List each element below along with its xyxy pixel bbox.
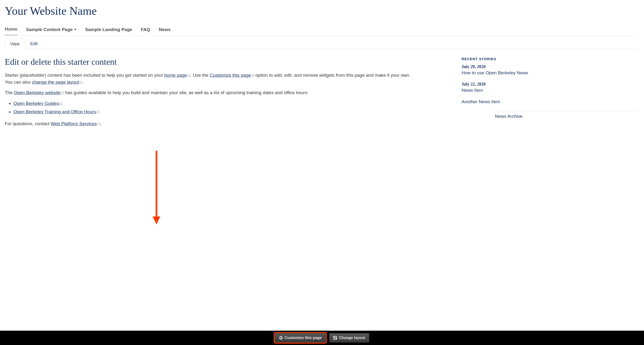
list-item: Open Berkeley Guides <box>14 100 411 108</box>
tab-edit[interactable]: Edit <box>25 39 43 49</box>
divider <box>495 110 639 111</box>
story-link[interactable]: Another News Item <box>462 99 500 104</box>
site-title: Your Website Name <box>5 0 639 24</box>
intro-paragraph-2: The Open Berkeley website has guides ava… <box>5 89 411 96</box>
external-link-icon <box>60 102 62 105</box>
nav-item-faq[interactable]: FAQ <box>141 25 150 35</box>
link-change-page-layout[interactable]: change the page layout <box>32 80 79 84</box>
local-tabs: View Edit <box>5 39 639 49</box>
story-date: July 29, 2020 <box>462 64 639 69</box>
gear-icon <box>279 336 282 340</box>
link-open-berkeley-training[interactable]: Open Berkeley Training and Office Hours <box>14 109 96 114</box>
link-news-archive[interactable]: News Archive <box>495 114 522 119</box>
link-web-platform-services[interactable]: Web Platform Services <box>51 121 97 126</box>
intro-paragraph-3: For questions, contact Web Platform Serv… <box>5 120 411 127</box>
list-item: Open Berkeley Training and Office Hours <box>14 108 411 116</box>
story-date: July 22, 2020 <box>462 82 639 87</box>
nav-item-sample-content-page[interactable]: Sample Content Page <box>26 25 76 35</box>
mail-icon <box>98 123 100 125</box>
svg-rect-3 <box>336 336 337 337</box>
story-item: Another News Item <box>462 99 639 104</box>
text: has guides available to help you build a… <box>64 90 308 95</box>
button-label: Change layout <box>339 336 365 340</box>
page-heading: Edit or delete this starter content <box>5 57 411 67</box>
resource-list: Open Berkeley Guides Open Berkeley Train… <box>5 100 411 116</box>
svg-rect-4 <box>336 337 337 340</box>
caret-down-icon <box>74 29 76 30</box>
external-link-icon <box>61 92 64 94</box>
svg-rect-2 <box>333 336 335 338</box>
link-open-berkeley-website[interactable]: Open Berkeley website <box>14 90 60 95</box>
customize-this-page-button[interactable]: Customize this page <box>275 333 326 342</box>
text: For questions, contact <box>5 121 51 126</box>
external-link-icon <box>80 81 82 84</box>
text: . <box>82 80 84 84</box>
link-customize-this-page[interactable]: Customize this page <box>210 73 251 78</box>
text: . Use the <box>190 73 210 78</box>
story-link[interactable]: News Item <box>462 88 483 93</box>
nav-item-sample-landing-page[interactable]: Sample Landing Page <box>85 25 132 35</box>
layout-icon <box>333 336 337 340</box>
button-label: Customize this page <box>284 336 322 340</box>
intro-paragraph-1: Starter (placeholder) content has been i… <box>5 72 411 86</box>
nav-item-home[interactable]: Home <box>5 24 18 35</box>
story-link[interactable]: How to use Open Berkeley News <box>462 70 528 75</box>
link-home-page[interactable]: home page <box>164 73 187 78</box>
sidebar-heading: Recent Stories <box>462 57 639 61</box>
tab-view[interactable]: View <box>5 39 25 49</box>
story-item: July 29, 2020 How to use Open Berkeley N… <box>462 64 639 76</box>
external-link-icon <box>97 110 99 113</box>
main-content: Edit or delete this starter content Star… <box>5 57 411 326</box>
primary-nav: Home Sample Content Page Sample Landing … <box>5 24 639 36</box>
svg-rect-5 <box>333 339 335 340</box>
link-open-berkeley-guides[interactable]: Open Berkeley Guides <box>14 101 59 106</box>
admin-action-bar: Customize this page Change layout <box>0 331 644 345</box>
story-item: July 22, 2020 News Item <box>462 82 639 93</box>
nav-item-news[interactable]: News <box>159 25 171 35</box>
external-link-icon <box>252 74 254 77</box>
text: The <box>5 90 14 95</box>
nav-label: Sample Content Page <box>26 27 72 32</box>
text: . <box>100 121 102 126</box>
sidebar-recent-stories: Recent Stories July 29, 2020 How to use … <box>462 57 639 326</box>
text: Starter (placeholder) content has been i… <box>5 73 164 78</box>
change-layout-button[interactable]: Change layout <box>329 333 369 342</box>
external-link-icon <box>188 74 190 77</box>
